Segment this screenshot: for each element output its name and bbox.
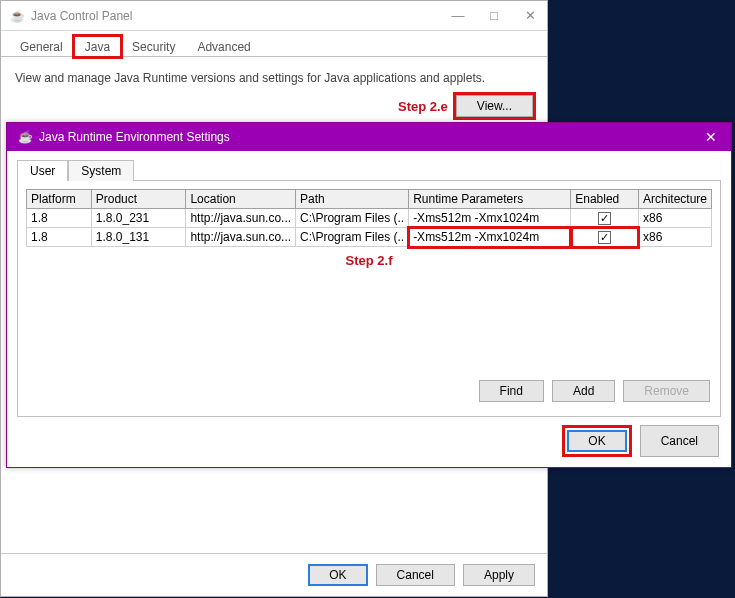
jcp-tab-strip: General Java Security Advanced xyxy=(1,31,547,57)
step-2e-label: Step 2.e xyxy=(398,99,448,114)
java-icon: ☕ xyxy=(17,129,33,145)
cell-path[interactable]: C:\Program Files (.. xyxy=(296,209,409,228)
jcp-cancel-button[interactable]: Cancel xyxy=(376,564,455,586)
cell-path[interactable]: C:\Program Files (.. xyxy=(296,228,409,247)
find-button[interactable]: Find xyxy=(479,380,544,402)
cell-location[interactable]: http://java.sun.co... xyxy=(186,209,296,228)
col-location[interactable]: Location xyxy=(186,190,296,209)
cell-runtime[interactable]: -Xms512m -Xmx1024m xyxy=(409,228,571,247)
tab-advanced[interactable]: Advanced xyxy=(186,36,261,57)
close-button[interactable]: ✕ xyxy=(521,8,539,23)
cell-location[interactable]: http://java.sun.co... xyxy=(186,228,296,247)
col-enabled[interactable]: Enabled xyxy=(571,190,639,209)
jcp-description: View and manage Java Runtime versions an… xyxy=(15,71,533,85)
tab-general[interactable]: General xyxy=(9,36,74,57)
jcp-footer: OK Cancel Apply xyxy=(1,553,547,596)
jre-table-empty-area xyxy=(26,268,712,374)
jre-table-header: Platform Product Location Path Runtime P… xyxy=(27,190,712,209)
col-path[interactable]: Path xyxy=(296,190,409,209)
jre-title: Java Runtime Environment Settings xyxy=(39,130,701,144)
jre-body: User System Platform Product Location Pa… xyxy=(7,151,731,417)
window-buttons: — □ ✕ xyxy=(449,8,539,23)
cell-arch[interactable]: x86 xyxy=(638,228,711,247)
col-platform[interactable]: Platform xyxy=(27,190,92,209)
java-icon: ☕ xyxy=(9,8,25,24)
jre-action-buttons: Find Add Remove xyxy=(26,374,712,408)
checkbox-icon[interactable]: ✓ xyxy=(598,212,611,225)
jre-close-button[interactable]: ✕ xyxy=(701,129,721,145)
maximize-button[interactable]: □ xyxy=(485,8,503,23)
col-architecture[interactable]: Architecture xyxy=(638,190,711,209)
jcp-titlebar: ☕ Java Control Panel — □ ✕ xyxy=(1,1,547,31)
cell-product[interactable]: 1.8.0_231 xyxy=(91,209,186,228)
jre-footer: OK Cancel xyxy=(7,417,731,467)
jcp-title: Java Control Panel xyxy=(31,9,449,23)
checkbox-icon[interactable]: ✓ xyxy=(598,231,611,244)
jre-table[interactable]: Platform Product Location Path Runtime P… xyxy=(26,189,712,247)
jre-ok-button[interactable]: OK xyxy=(567,430,626,452)
jre-tab-system[interactable]: System xyxy=(68,160,134,181)
add-button[interactable]: Add xyxy=(552,380,615,402)
cell-arch[interactable]: x86 xyxy=(638,209,711,228)
cell-platform[interactable]: 1.8 xyxy=(27,209,92,228)
minimize-button[interactable]: — xyxy=(449,8,467,23)
table-row[interactable]: 1.8 1.8.0_131 http://java.sun.co... C:\P… xyxy=(27,228,712,247)
ok-highlight: OK xyxy=(562,425,631,457)
jcp-ok-button[interactable]: OK xyxy=(308,564,367,586)
tab-java[interactable]: Java xyxy=(74,36,121,57)
cell-runtime[interactable]: -Xms512m -Xmx1024m xyxy=(409,209,571,228)
jre-tab-strip: User System xyxy=(17,159,721,181)
jre-tab-content: Platform Product Location Path Runtime P… xyxy=(17,181,721,417)
jre-titlebar: ☕ Java Runtime Environment Settings ✕ xyxy=(7,123,731,151)
jre-tab-user[interactable]: User xyxy=(17,160,68,181)
view-button[interactable]: View... xyxy=(456,95,533,117)
cell-enabled[interactable]: ✓ xyxy=(571,228,639,247)
jre-settings-dialog: ☕ Java Runtime Environment Settings ✕ Us… xyxy=(6,122,732,468)
step-2f-label: Step 2.f xyxy=(26,253,712,268)
jre-cancel-button[interactable]: Cancel xyxy=(640,425,719,457)
col-runtime-params[interactable]: Runtime Parameters xyxy=(409,190,571,209)
remove-button: Remove xyxy=(623,380,710,402)
tab-security[interactable]: Security xyxy=(121,36,186,57)
cell-product[interactable]: 1.8.0_131 xyxy=(91,228,186,247)
cell-platform[interactable]: 1.8 xyxy=(27,228,92,247)
cell-enabled[interactable]: ✓ xyxy=(571,209,639,228)
col-product[interactable]: Product xyxy=(91,190,186,209)
jcp-apply-button[interactable]: Apply xyxy=(463,564,535,586)
table-row[interactable]: 1.8 1.8.0_231 http://java.sun.co... C:\P… xyxy=(27,209,712,228)
